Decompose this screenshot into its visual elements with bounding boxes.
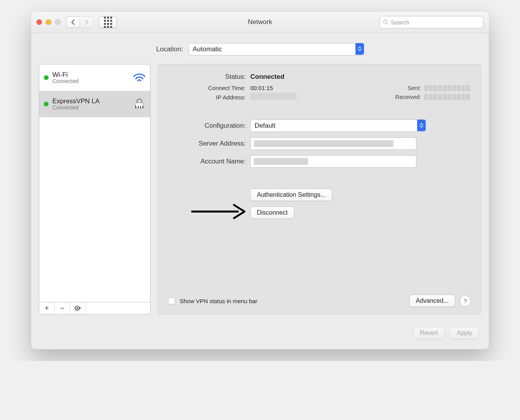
svg-rect-5 [139, 106, 140, 108]
sidebar-actions: + − [39, 302, 151, 314]
grid-icon [104, 17, 112, 28]
configuration-value: Default [255, 122, 276, 130]
service-status: Connected [52, 105, 128, 111]
minimize-window-button[interactable] [46, 19, 51, 25]
authentication-settings-button[interactable]: Authentication Settings... [250, 189, 332, 201]
configuration-popup[interactable]: Default [250, 120, 426, 132]
annotation-arrow-icon [188, 202, 246, 222]
vpn-lock-icon [132, 98, 146, 110]
maximize-window-button [55, 19, 61, 25]
sidebar: Wi-Fi Connected ExpressVPN LA [39, 64, 151, 314]
detail-panel: Status: Connected Connect Time: 00:01:15… [158, 64, 481, 314]
disconnect-button[interactable]: Disconnect [250, 207, 294, 219]
location-value: Automatic [193, 45, 222, 53]
service-name: Wi-Fi [52, 71, 128, 79]
received-label: Received: [395, 94, 421, 100]
server-address-label: Server Address: [168, 140, 246, 148]
server-address-value-redacted [254, 140, 393, 147]
connect-time-value: 00:01:15 [250, 85, 273, 91]
account-name-input[interactable] [250, 155, 416, 168]
sent-label: Sent: [407, 85, 421, 91]
svg-rect-6 [141, 106, 142, 108]
close-window-button[interactable] [36, 19, 42, 25]
location-label: Location: [156, 45, 183, 53]
remove-service-button[interactable]: − [55, 302, 70, 314]
location-popup[interactable]: Automatic [189, 43, 364, 56]
service-status: Connected [52, 78, 128, 84]
location-row: Location: Automatic [31, 33, 489, 64]
sent-bars-icon [424, 85, 471, 91]
network-preferences-window: Network Search Location: Automatic Wi-Fi [31, 12, 489, 349]
status-dot-icon [44, 75, 49, 80]
apply-button[interactable]: Apply [450, 327, 479, 339]
search-placeholder: Search [391, 19, 409, 26]
popup-arrows-icon [417, 120, 426, 131]
account-name-value-redacted [254, 158, 308, 165]
account-name-label: Account Name: [168, 158, 246, 165]
advanced-button[interactable]: Advanced... [409, 295, 456, 307]
ip-address-value-redacted [250, 93, 297, 100]
show-vpn-status-checkbox[interactable] [168, 297, 175, 304]
titlebar: Network Search [31, 12, 489, 33]
received-meter: Received: [395, 94, 471, 100]
status-value: Connected [250, 73, 284, 81]
popup-arrows-icon [355, 43, 364, 55]
configuration-label: Configuration: [168, 122, 246, 130]
received-bars-icon [424, 94, 471, 100]
svg-point-8 [76, 307, 78, 309]
footer: Revert Apply [31, 321, 489, 349]
status-dot-icon [44, 102, 49, 106]
help-button[interactable]: ? [460, 295, 471, 306]
status-label: Status: [168, 73, 246, 81]
ip-address-label: IP Address: [168, 94, 246, 101]
gear-icon [75, 305, 81, 311]
show-vpn-status-label: Show VPN status in menu bar [180, 298, 257, 304]
window-controls [36, 19, 61, 25]
nav-back-forward [66, 16, 94, 28]
server-address-input[interactable] [250, 137, 416, 150]
revert-button[interactable]: Revert [413, 327, 445, 339]
forward-button[interactable] [80, 16, 94, 28]
sent-meter: Sent: [407, 85, 471, 91]
service-name: ExpressVPN LA [52, 97, 128, 105]
service-item-vpn[interactable]: ExpressVPN LA Connected [39, 91, 150, 117]
service-options-button[interactable] [70, 302, 86, 314]
svg-rect-4 [136, 106, 138, 108]
show-all-button[interactable] [99, 16, 117, 28]
svg-line-1 [387, 23, 388, 24]
sidebar-spacer [86, 302, 150, 314]
service-item-wifi[interactable]: Wi-Fi Connected [39, 64, 150, 91]
back-button[interactable] [66, 16, 80, 28]
wifi-icon [132, 73, 146, 83]
search-icon [383, 19, 388, 25]
search-field[interactable]: Search [380, 16, 484, 28]
add-service-button[interactable]: + [39, 302, 55, 314]
connect-time-label: Connect Time: [168, 85, 246, 91]
service-list[interactable]: Wi-Fi Connected ExpressVPN LA [39, 64, 151, 302]
main-area: Wi-Fi Connected ExpressVPN LA [31, 64, 489, 321]
